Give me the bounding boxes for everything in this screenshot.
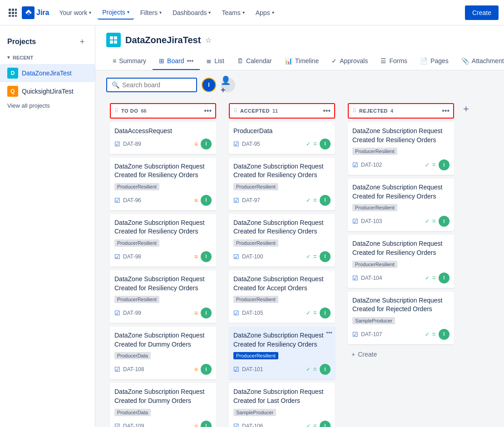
check-done-icon: ✓ [306,310,311,316]
sidebar-heading: Projects + [0,33,95,51]
add-project-button[interactable]: + [77,36,88,47]
card-dat107[interactable]: DataZone Subscription Request Created fo… [348,292,454,344]
nav-apps[interactable]: Apps ▾ [251,6,279,19]
card-footer-left: ☑ DAT-95 [233,140,260,148]
sidebar-item-datazone[interactable]: D DataZoneJiraTest [0,64,95,82]
svg-rect-5 [15,12,17,14]
card-footer-left: ☑ DAT-109 [114,422,144,427]
tab-calendar[interactable]: 🗓 Calendar [231,53,278,70]
project-tabs: ≡ Summary ⊞ Board ••• ≣ List 🗓 Calendar [106,53,493,70]
grid-icon[interactable] [5,5,20,20]
equals-icon: = [432,161,436,169]
card-id: DAT-98 [123,253,141,260]
column-rejected-more-button[interactable]: ••• [442,107,450,115]
tab-pages[interactable]: 📄 Pages [414,53,455,70]
star-icon[interactable]: ☆ [205,36,212,45]
search-input[interactable] [122,81,186,89]
timeline-icon: 📊 [285,57,292,65]
card-title: DataZone Subscription Request Created fo… [114,162,212,180]
apps-label: Apps [256,9,270,16]
card-dat97[interactable]: DataZone Subscription Request Created fo… [229,158,335,210]
column-accepted-more-button[interactable]: ••• [323,107,331,115]
card-title: DataZone Subscription Request Created fo… [114,218,212,236]
card-dat89[interactable]: DataAccessRequest ☑ DAT-89 ≡ I [110,122,216,154]
top-navigation: Jira Your work ▾ Projects ▾ Filters ▾ Da… [0,0,504,25]
card-footer: ☑ DAT-98 ≡ I [114,251,212,262]
column-todo-count: 66 [141,108,146,114]
user-avatar[interactable]: I [202,78,216,92]
card-footer: ☑ DAT-100 ✓ = I [233,251,331,262]
tab-summary[interactable]: ≡ Summary [106,53,153,70]
card-tag: ProducerResilient [352,261,397,268]
card-dat101[interactable]: ••• DataZone Subscription Request Create… [229,327,335,379]
tab-list[interactable]: ≣ List [200,53,231,70]
checkbox-icon: ☑ [114,422,120,427]
card-avatar: I [439,329,450,340]
card-avatar: I [320,251,331,262]
card-dat108[interactable]: DataZone Subscription Request Created fo… [110,327,216,379]
board-columns: ⠿ TO DO 66 ••• DataAccessRequest ☑ DAT-8… [106,99,493,427]
teams-label: Teams [222,9,240,16]
card-avatar: I [320,308,331,318]
add-column-button[interactable]: + [463,103,469,115]
add-people-avatar[interactable]: 👤+ [221,78,235,92]
card-id: DAT-100 [242,253,263,260]
equals-icon: = [313,309,317,317]
view-all-projects-link[interactable]: View all projects [0,100,95,111]
nav-filters[interactable]: Filters ▾ [136,6,166,19]
card-avatar: I [201,364,212,375]
search-box[interactable]: 🔍 [106,78,197,92]
board-toolbar: 🔍 I 👤+ [106,78,493,92]
nav-your-work[interactable]: Your work ▾ [54,6,96,19]
tab-timeline[interactable]: 📊 Timeline [278,53,325,70]
board-area: 🔍 I 👤+ ⠿ TO DO 66 ••• [95,70,504,427]
sidebar-recent-label: ▾ RECENT [0,51,95,64]
nav-dashboards[interactable]: Dashboards ▾ [168,6,216,19]
card-id: DAT-99 [123,310,141,316]
card-dat106[interactable]: DataZone Subscription Request Created fo… [229,383,335,427]
card-dat105[interactable]: DataZone Subscription Request Created fo… [229,270,335,323]
card-more-button[interactable]: ••• [326,329,332,336]
drag-icon: ⠿ [114,108,119,114]
column-todo: ⠿ TO DO 66 ••• DataAccessRequest ☑ DAT-8… [106,99,220,427]
card-title: DataZone Subscription Request Created fo… [233,275,331,293]
tab-approvals[interactable]: ✓ Approvals [325,53,374,70]
tab-more-icon[interactable]: ••• [187,57,193,65]
drag-icon: ⠿ [233,108,237,114]
card-dat98[interactable]: DataZone Subscription Request Created fo… [110,214,216,267]
card-footer: ☑ DAT-109 ≡ I [114,421,212,427]
tab-forms[interactable]: ☰ Forms [374,53,414,70]
card-dat109[interactable]: DataZone Subscription Request Created fo… [110,383,216,427]
tab-board[interactable]: ⊞ Board ••• [153,53,200,70]
nav-projects[interactable]: Projects ▾ [98,6,134,20]
card-dat100[interactable]: DataZone Subscription Request Created fo… [229,214,335,267]
card-title: DataZone Subscription Request Created fo… [233,162,331,180]
project-name: DataZoneJiraTest [125,35,201,45]
column-todo-more-button[interactable]: ••• [204,107,212,115]
nav-teams[interactable]: Teams ▾ [217,6,249,19]
card-dat104[interactable]: DataZone Subscription Request Created fo… [348,235,454,288]
card-dat103[interactable]: DataZone Subscription Request Created fo… [348,179,454,231]
chevron-down-icon: ▾ [272,10,274,15]
card-id: DAT-96 [123,197,141,204]
card-meta: ✓ = I [306,421,331,427]
card-dat102[interactable]: DataZone Subscription Request Created fo… [348,122,454,175]
card-dat96[interactable]: DataZone Subscription Request Created fo… [110,158,216,210]
card-footer: ☑ DAT-104 ✓ = I [352,273,450,283]
tab-attachments[interactable]: 📎 Attachments [455,53,504,70]
card-avatar: I [320,195,331,206]
sidebar: Projects + ▾ RECENT D DataZoneJiraTest Q… [0,25,95,427]
dashboards-label: Dashboards [173,9,207,16]
jira-logo[interactable]: Jira [22,6,49,19]
card-meta: ✓ = I [425,159,450,170]
projects-label: Projects [102,9,125,16]
card-dat95[interactable]: ProducerData ☑ DAT-95 ✓ = I [229,122,335,154]
priority-icon: ≡ [194,197,198,204]
sidebar-item-quicksight[interactable]: Q QuicksightJiraTest [0,82,95,100]
card-dat99[interactable]: DataZone Subscription Request Created fo… [110,270,216,323]
create-issue-link[interactable]: + Create [348,348,454,361]
jira-logo-text: Jira [36,9,49,17]
create-button[interactable]: Create [465,5,499,20]
checkbox-icon: ☑ [233,422,239,427]
column-rejected-title: REJECTED [359,108,388,114]
